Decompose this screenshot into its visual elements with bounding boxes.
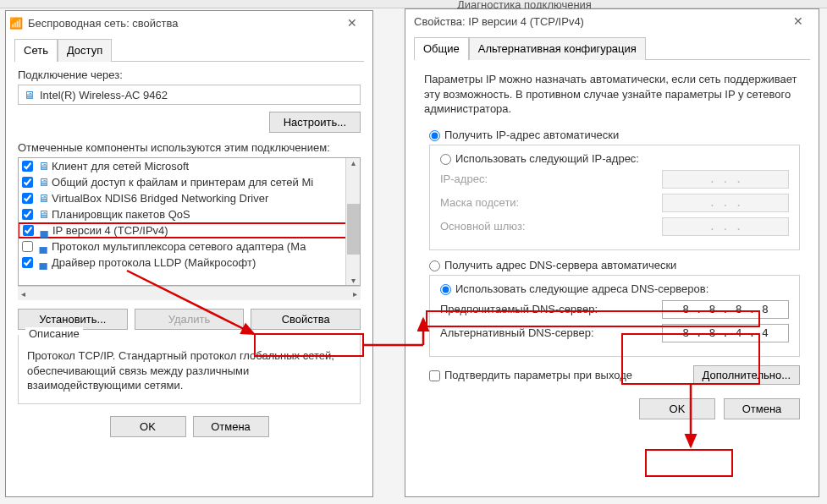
component-row[interactable]: ▄Протокол мультиплексора сетевого адапте… [19, 238, 360, 255]
ok-button-right[interactable]: OK [639, 398, 715, 419]
close-icon[interactable]: ✕ [781, 14, 815, 28]
component-label: Планировщик пакетов QoS [52, 208, 190, 221]
component-row[interactable]: 🖥VirtualBox NDIS6 Bridged Networking Dri… [19, 190, 360, 206]
background-toolbar-hint: Диагностика подключения [0, 0, 827, 8]
window-title-right: Свойства: IP версии 4 (TCP/IPv4) [409, 15, 781, 28]
dns-auto-radio[interactable]: Получить адрес DNS-сервера автоматически [429, 259, 676, 271]
dns-pref-field[interactable]: 8 . 8 . 8 . 8 [662, 300, 789, 319]
ip-auto-radio[interactable]: Получить IP-адрес автоматически [429, 129, 619, 141]
ip-auto-input[interactable] [429, 130, 440, 141]
scroll-up-icon[interactable]: ▴ [351, 158, 356, 167]
dns-pref-label: Предпочитаемый DNS-сервер: [440, 303, 598, 315]
ip-block: Получить IP-адрес автоматически Использо… [424, 129, 800, 250]
mask-field: . . . [662, 194, 789, 212]
description-group: Описание Протокол TCP/IP. Стандартный пр… [18, 335, 361, 404]
dns-block: Получить адрес DNS-сервера автоматически… [424, 259, 800, 357]
component-checkbox[interactable] [22, 209, 33, 220]
scroll-right-icon[interactable]: ▸ [353, 289, 357, 299]
component-label: Протокол мультиплексора сетевого адаптер… [52, 240, 306, 253]
titlebar-left: 📶 Беспроводная сеть: свойства ✕ [6, 11, 372, 35]
component-checkbox[interactable] [22, 241, 33, 252]
component-checkbox[interactable] [22, 257, 33, 268]
close-icon[interactable]: ✕ [335, 16, 369, 30]
monitor-icon: 🖥 [37, 208, 49, 221]
gateway-label: Основной шлюз: [440, 220, 526, 233]
scroll-left-icon[interactable]: ◂ [21, 289, 25, 299]
remove-button: Удалить [135, 309, 245, 330]
component-checkbox[interactable] [22, 177, 33, 188]
network-icon: ▄ [37, 256, 49, 269]
cancel-button-left[interactable]: Отмена [193, 416, 269, 437]
dns-auto-input[interactable] [429, 260, 440, 271]
advanced-button[interactable]: Дополнительно... [693, 365, 800, 385]
ok-button-left[interactable]: OK [110, 416, 186, 437]
ip-manual-input[interactable] [440, 154, 451, 165]
wifi-icon: 📶 [9, 17, 23, 30]
components-label: Отмеченные компоненты используются этим … [18, 141, 361, 154]
tabs-left: Сеть Доступ [14, 38, 364, 62]
component-row[interactable]: 🖥Клиент для сетей Microsoft [19, 158, 360, 174]
confirm-exit-input[interactable] [429, 370, 440, 381]
properties-button[interactable]: Свойства [251, 309, 361, 330]
intro-text: Параметры IP можно назначать автоматичес… [424, 72, 800, 117]
tab-access[interactable]: Доступ [58, 39, 112, 62]
component-row[interactable]: 🖥Планировщик пакетов QoS [19, 206, 360, 222]
cancel-button-right[interactable]: Отмена [724, 398, 800, 419]
component-checkbox[interactable] [22, 161, 33, 172]
component-row[interactable]: 🖥Общий доступ к файлам и принтерам для с… [19, 174, 360, 190]
network-icon: ▄ [37, 240, 49, 253]
ip-manual-radio[interactable]: Использовать следующий IP-адрес: [440, 152, 639, 165]
component-label: Общий доступ к файлам и принтерам для се… [52, 176, 313, 189]
tab-network[interactable]: Сеть [14, 39, 58, 62]
component-checkbox[interactable] [23, 225, 34, 236]
adapter-icon: 🖥 [24, 89, 35, 101]
window-title: Беспроводная сеть: свойства [28, 17, 335, 30]
configure-button[interactable]: Настроить... [269, 112, 361, 133]
ipv4-properties-window: Свойства: IP версии 4 (TCP/IPv4) ✕ Общие… [405, 8, 819, 497]
adapter-name: Intel(R) Wireless-AC 9462 [40, 89, 168, 101]
ip-address-field: . . . [662, 170, 789, 189]
description-title: Описание [25, 327, 83, 340]
vertical-scrollbar[interactable]: ▴ ▾ [345, 158, 360, 285]
description-text: Протокол TCP/IP. Стандартный протокол гл… [27, 348, 351, 393]
monitor-icon: 🖥 [37, 192, 49, 205]
dns-manual-input[interactable] [440, 284, 451, 295]
tab-altconfig[interactable]: Альтернативная конфигурация [469, 37, 646, 60]
dns-alt-label: Альтернативный DNS-сервер: [440, 326, 594, 339]
monitor-icon: 🖥 [37, 176, 49, 189]
component-checkbox[interactable] [22, 193, 33, 204]
tabs-right: Общие Альтернативная конфигурация [414, 36, 810, 60]
gateway-field: . . . [662, 217, 789, 236]
ip-address-label: IP-адрес: [440, 173, 488, 185]
connect-via-label: Подключение через: [18, 68, 361, 81]
scroll-thumb[interactable] [347, 204, 360, 255]
component-row[interactable]: ▄Драйвер протокола LLDP (Майкрософт) [19, 255, 360, 271]
network-icon: ▄ [38, 224, 50, 237]
component-label: IP версии 4 (TCP/IPv4) [52, 224, 168, 237]
tab-general[interactable]: Общие [414, 37, 469, 60]
scroll-down-icon[interactable]: ▾ [351, 276, 356, 285]
horizontal-scrollbar[interactable]: ◂ ▸ [18, 286, 361, 300]
dns-alt-field[interactable]: 8 . 8 . 4 . 4 [662, 324, 789, 342]
adapter-field[interactable]: 🖥 Intel(R) Wireless-AC 9462 [18, 85, 361, 105]
component-label: Клиент для сетей Microsoft [52, 160, 189, 173]
component-label: VirtualBox NDIS6 Bridged Networking Driv… [52, 192, 268, 205]
monitor-icon: 🖥 [37, 160, 49, 173]
confirm-exit-checkbox[interactable]: Подтвердить параметры при выходе [429, 369, 632, 381]
components-list[interactable]: 🖥Клиент для сетей Microsoft🖥Общий доступ… [18, 157, 361, 286]
dns-manual-radio[interactable]: Использовать следующие адреса DNS-сервер… [440, 282, 708, 295]
network-properties-window: 📶 Беспроводная сеть: свойства ✕ Сеть Дос… [5, 10, 373, 497]
mask-label: Маска подсети: [440, 196, 519, 209]
titlebar-right: Свойства: IP версии 4 (TCP/IPv4) ✕ [405, 9, 819, 33]
component-row[interactable]: ▄IP версии 4 (TCP/IPv4) [18, 222, 361, 238]
component-label: Драйвер протокола LLDP (Майкрософт) [52, 256, 256, 269]
